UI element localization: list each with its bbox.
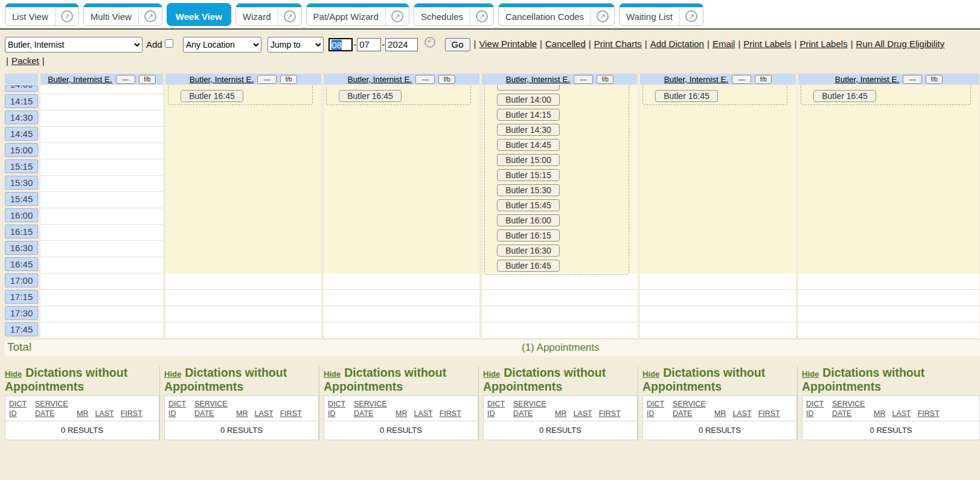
time-row-cell[interactable] bbox=[40, 176, 163, 192]
tab-pat-appt-wizard[interactable]: Pat/Appt Wizard↗ bbox=[306, 3, 409, 26]
date-month-input[interactable]: 08 bbox=[328, 38, 353, 51]
open-in-new-window-button[interactable]: ↗ bbox=[470, 9, 493, 24]
appointment-slot-button[interactable]: Butler 16:30 bbox=[497, 245, 560, 257]
time-row-cell[interactable] bbox=[640, 322, 796, 339]
time-row-cell[interactable] bbox=[798, 290, 979, 306]
tab-waiting-list[interactable]: Waiting List↗ bbox=[619, 3, 703, 26]
forward-back-button[interactable]: f/b bbox=[280, 75, 297, 84]
appointment-slot-button[interactable]: Butler 15:45 bbox=[497, 199, 560, 211]
column-sort-link-last[interactable]: LAST bbox=[892, 409, 911, 418]
time-row-cell[interactable] bbox=[482, 306, 638, 322]
column-sort-link-mr[interactable]: MR bbox=[236, 409, 248, 418]
tab-wizard[interactable]: Wizard↗ bbox=[235, 3, 302, 26]
tab-multi-view[interactable]: Multi View↗ bbox=[83, 3, 162, 26]
minimize-column-button[interactable]: — bbox=[415, 75, 435, 84]
column-sort-link-dict-id[interactable]: DICT ID bbox=[168, 399, 188, 418]
time-row-cell[interactable] bbox=[482, 290, 638, 306]
column-sort-link-first[interactable]: FIRST bbox=[280, 409, 302, 418]
time-row-cell[interactable] bbox=[40, 192, 163, 208]
appointment-slot-button[interactable]: Butler 14:30 bbox=[497, 124, 560, 136]
link-email[interactable]: Email bbox=[713, 39, 735, 49]
provider-column-link[interactable]: Butler, Internist E. bbox=[664, 75, 729, 84]
column-sort-link-first[interactable]: FIRST bbox=[758, 409, 780, 418]
appointment-slot-button[interactable]: Butler 16:45 bbox=[181, 90, 243, 102]
link-print-labels[interactable]: Print Labels bbox=[799, 39, 847, 49]
time-row-cell[interactable] bbox=[165, 274, 321, 290]
link-add-dictation[interactable]: Add Dictation bbox=[650, 39, 704, 49]
hide-dictations-link[interactable]: Hide bbox=[483, 370, 500, 379]
time-row-cell[interactable] bbox=[40, 241, 163, 257]
appointment-slot-button[interactable]: Butler 14:45 bbox=[497, 139, 560, 151]
forward-back-button[interactable]: f/b bbox=[926, 75, 943, 84]
column-sort-link-mr[interactable]: MR bbox=[874, 409, 885, 418]
provider-column-link[interactable]: Butler, Internist E. bbox=[506, 75, 571, 84]
time-row-cell[interactable] bbox=[40, 110, 163, 127]
minimize-column-button[interactable]: — bbox=[257, 75, 277, 84]
time-row-cell[interactable] bbox=[640, 290, 796, 306]
forward-back-button[interactable]: f/b bbox=[438, 75, 455, 84]
link-run-all-drug-eligibility[interactable]: Run All Drug Eligibility bbox=[856, 39, 945, 49]
time-row-cell[interactable] bbox=[324, 274, 479, 290]
time-row-cell[interactable] bbox=[40, 322, 163, 339]
open-in-new-window-button[interactable]: ↗ bbox=[680, 9, 703, 24]
open-in-new-window-button[interactable]: ↗ bbox=[278, 9, 301, 24]
column-sort-link-dict-id[interactable]: DICT ID bbox=[806, 399, 825, 418]
open-in-new-window-button[interactable]: ↗ bbox=[591, 9, 614, 24]
appointment-slot-button[interactable]: Butler 16:45 bbox=[655, 90, 718, 102]
time-row-cell[interactable] bbox=[798, 274, 979, 290]
minimize-column-button[interactable]: — bbox=[574, 75, 593, 84]
time-row-cell[interactable] bbox=[324, 322, 479, 339]
tab-week-view[interactable]: Week View bbox=[167, 3, 231, 26]
open-in-new-window-button[interactable]: ↗ bbox=[56, 9, 78, 24]
column-sort-link-last[interactable]: LAST bbox=[573, 409, 592, 418]
day-column-1[interactable] bbox=[40, 85, 163, 339]
appointment-slot-button[interactable]: Butler 16:45 bbox=[813, 90, 876, 102]
column-sort-link-mr[interactable]: MR bbox=[77, 409, 88, 418]
appointment-slot-button[interactable]: Butler 15:30 bbox=[497, 184, 560, 196]
location-select[interactable]: Any Location bbox=[183, 37, 261, 53]
time-row-cell[interactable] bbox=[798, 322, 979, 339]
hide-dictations-link[interactable]: Hide bbox=[5, 370, 22, 379]
column-sort-link-first[interactable]: FIRST bbox=[599, 409, 621, 418]
time-row-cell[interactable] bbox=[324, 290, 479, 306]
column-sort-link-service-date[interactable]: SERVICE DATE bbox=[513, 399, 548, 418]
time-row-cell[interactable] bbox=[640, 274, 796, 290]
time-row-cell[interactable] bbox=[165, 306, 321, 322]
column-sort-link-last[interactable]: LAST bbox=[95, 409, 114, 418]
appointment-slot-button[interactable]: Butler 14:15 bbox=[497, 109, 560, 121]
time-row-cell[interactable] bbox=[40, 159, 163, 176]
column-sort-link-dict-id[interactable]: DICT ID bbox=[9, 399, 28, 418]
appointment-slot-button[interactable]: Butler 16:00 bbox=[497, 214, 560, 226]
time-row-cell[interactable] bbox=[40, 94, 163, 110]
link-view-printable[interactable]: View Printable bbox=[479, 39, 537, 49]
tab-cancellation-codes[interactable]: Cancellation Codes↗ bbox=[498, 3, 615, 26]
column-sort-link-service-date[interactable]: SERVICE DATE bbox=[194, 399, 229, 418]
column-sort-link-service-date[interactable]: SERVICE DATE bbox=[354, 399, 389, 418]
link-print-labels[interactable]: Print Labels bbox=[743, 39, 791, 49]
hide-dictations-link[interactable]: Hide bbox=[164, 370, 181, 379]
forward-back-button[interactable]: f/b bbox=[755, 75, 772, 84]
time-row-cell[interactable] bbox=[640, 306, 796, 322]
day-column-5[interactable]: Butler 16:45 bbox=[640, 85, 796, 339]
hide-dictations-link[interactable]: Hide bbox=[324, 370, 341, 379]
column-sort-link-service-date[interactable]: SERVICE DATE bbox=[673, 399, 708, 418]
appointment-slot-button-clipped[interactable] bbox=[497, 85, 560, 91]
time-row-cell[interactable] bbox=[40, 85, 163, 94]
day-column-2[interactable]: Butler 16:45 bbox=[165, 85, 321, 339]
hide-dictations-link[interactable]: Hide bbox=[802, 370, 819, 379]
link-print-charts[interactable]: Print Charts bbox=[594, 39, 642, 49]
time-row-cell[interactable] bbox=[482, 322, 638, 339]
open-in-new-window-button[interactable]: ↗ bbox=[386, 9, 409, 24]
minimize-column-button[interactable]: — bbox=[732, 75, 751, 84]
minimize-column-button[interactable]: — bbox=[903, 75, 922, 84]
time-row-cell[interactable] bbox=[40, 274, 163, 290]
column-sort-link-first[interactable]: FIRST bbox=[918, 409, 940, 418]
time-row-cell[interactable] bbox=[40, 143, 163, 159]
appointment-slot-button[interactable]: Butler 16:45 bbox=[497, 260, 560, 272]
time-row-cell[interactable] bbox=[324, 306, 479, 322]
time-row-cell[interactable] bbox=[165, 322, 321, 339]
column-sort-link-dict-id[interactable]: DICT ID bbox=[328, 399, 347, 418]
link-packet[interactable]: Packet bbox=[11, 56, 39, 66]
time-row-cell[interactable] bbox=[165, 290, 321, 306]
time-row-cell[interactable] bbox=[482, 274, 638, 290]
